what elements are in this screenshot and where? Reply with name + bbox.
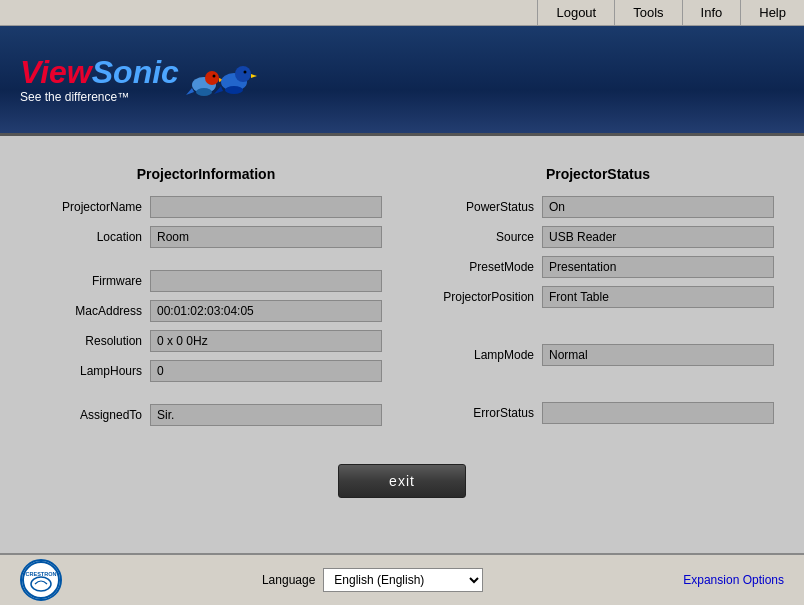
- projector-position-value: Front Table: [542, 286, 774, 308]
- main-content: ProjectorInformation ProjectorName Locat…: [0, 136, 804, 518]
- power-status-row: PowerStatus On: [422, 196, 774, 218]
- firmware-row: Firmware: [30, 270, 382, 292]
- logo-tagline: See the difference™: [20, 90, 179, 104]
- error-status-value: [542, 402, 774, 424]
- lamp-mode-value: Normal: [542, 344, 774, 366]
- preset-mode-value: Presentation: [542, 256, 774, 278]
- lamp-hours-value: 0: [150, 360, 382, 382]
- firmware-label: Firmware: [30, 274, 150, 288]
- projector-status-panel: ProjectorStatus PowerStatus On Source US…: [422, 166, 774, 434]
- assigned-to-label: AssignedTo: [30, 408, 150, 422]
- projector-name-row: ProjectorName: [30, 196, 382, 218]
- svg-text:CRESTRON: CRESTRON: [26, 571, 57, 577]
- svg-marker-10: [186, 88, 194, 95]
- location-label: Location: [30, 230, 150, 244]
- source-row: Source USB Reader: [422, 226, 774, 248]
- expansion-options-link[interactable]: Expansion Options: [683, 573, 784, 587]
- svg-point-12: [23, 562, 59, 598]
- svg-point-4: [212, 74, 215, 77]
- mac-address-value: 00:01:02:03:04:05: [150, 300, 382, 322]
- svg-marker-8: [251, 74, 257, 78]
- content-wrapper: ProjectorInformation ProjectorName Locat…: [0, 136, 804, 605]
- crestron-icon: CRESTRON: [20, 559, 62, 601]
- logo-area: ViewSonic See the difference™: [20, 56, 179, 104]
- mac-address-row: MacAddress 00:01:02:03:04:05: [30, 300, 382, 322]
- preset-mode-label: PresetMode: [422, 260, 542, 274]
- logout-link[interactable]: Logout: [537, 0, 614, 25]
- language-area: Language English (English): [262, 568, 483, 592]
- projector-name-value: [150, 196, 382, 218]
- assigned-to-value: Sir.: [150, 404, 382, 426]
- lamp-mode-label: LampMode: [422, 348, 542, 362]
- exit-button[interactable]: exit: [338, 464, 466, 498]
- lamp-hours-label: LampHours: [30, 364, 150, 378]
- svg-point-7: [225, 86, 243, 94]
- logo-text: ViewSonic: [20, 56, 179, 88]
- source-label: Source: [422, 230, 542, 244]
- error-status-label: ErrorStatus: [422, 406, 542, 420]
- projector-name-label: ProjectorName: [30, 200, 150, 214]
- top-nav-bar: Logout Tools Info Help: [0, 0, 804, 26]
- resolution-row: Resolution 0 x 0 0Hz: [30, 330, 382, 352]
- help-link[interactable]: Help: [740, 0, 804, 25]
- resolution-label: Resolution: [30, 334, 150, 348]
- language-select[interactable]: English (English): [323, 568, 483, 592]
- source-value: USB Reader: [542, 226, 774, 248]
- projector-position-row: ProjectorPosition Front Table: [422, 286, 774, 308]
- projector-status-title: ProjectorStatus: [422, 166, 774, 182]
- crestron-logo: CRESTRON: [20, 559, 62, 601]
- firmware-value: [150, 270, 382, 292]
- footer: CRESTRON Language English (English) Expa…: [0, 553, 804, 605]
- svg-point-9: [243, 70, 246, 73]
- info-panels: ProjectorInformation ProjectorName Locat…: [30, 166, 774, 434]
- info-link[interactable]: Info: [682, 0, 741, 25]
- header: ViewSonic See the difference™: [0, 26, 804, 136]
- location-row: Location Room: [30, 226, 382, 248]
- power-status-value: On: [542, 196, 774, 218]
- svg-point-6: [235, 66, 251, 82]
- svg-point-1: [205, 71, 219, 85]
- preset-mode-row: PresetMode Presentation: [422, 256, 774, 278]
- lamp-mode-row: LampMode Normal: [422, 344, 774, 366]
- svg-point-2: [196, 88, 212, 96]
- mac-address-label: MacAddress: [30, 304, 150, 318]
- language-label: Language: [262, 573, 315, 587]
- projector-info-panel: ProjectorInformation ProjectorName Locat…: [30, 166, 382, 434]
- power-status-label: PowerStatus: [422, 200, 542, 214]
- projector-info-title: ProjectorInformation: [30, 166, 382, 182]
- exit-section: exit: [30, 464, 774, 498]
- error-status-row: ErrorStatus: [422, 402, 774, 424]
- projector-position-label: ProjectorPosition: [422, 290, 542, 304]
- resolution-value: 0 x 0 0Hz: [150, 330, 382, 352]
- tools-link[interactable]: Tools: [614, 0, 681, 25]
- location-value: Room: [150, 226, 382, 248]
- assigned-to-row: AssignedTo Sir.: [30, 404, 382, 426]
- logo-birds: [184, 50, 264, 110]
- lamp-hours-row: LampHours 0: [30, 360, 382, 382]
